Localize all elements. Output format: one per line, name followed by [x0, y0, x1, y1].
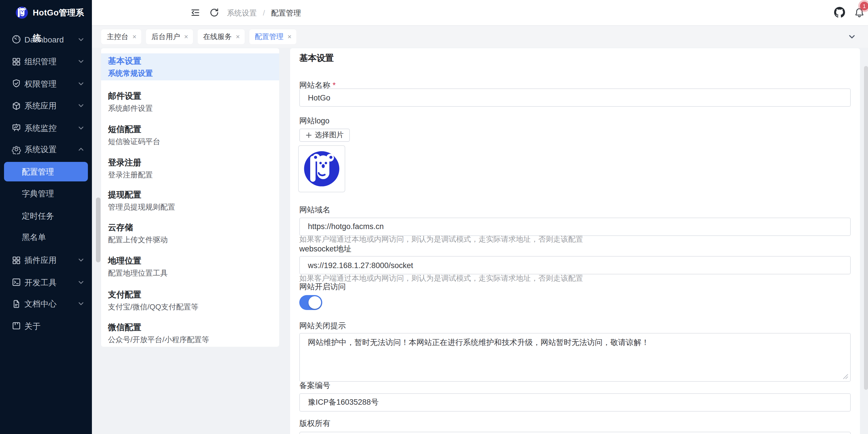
tab-label: 配置管理: [254, 32, 285, 42]
sidebar-subitem-dictionary[interactable]: 字典管理: [0, 185, 92, 202]
settings-nav-title: 邮件设置: [108, 91, 272, 101]
close-tip-label: 网站关闭提示: [299, 321, 346, 331]
brand-title: HotGo管理系统: [33, 0, 92, 25]
sidebar-item-about[interactable]: 关于: [0, 317, 92, 334]
sidebar-item-label: 关于: [24, 317, 40, 334]
settings-nav-subtitle: 支付宝/微信/QQ支付配置等: [108, 302, 272, 311]
settings-nav-subtitle: 系统常规设置: [108, 68, 272, 78]
cube-icon: [11, 101, 21, 110]
brand[interactable]: HotGo管理系统: [0, 0, 92, 25]
settings-nav-item-wechat[interactable]: 微信配置 公众号/开放平台/小程序配置等: [108, 322, 272, 344]
settings-nav-item-pay[interactable]: 支付配置 支付宝/微信/QQ支付配置等: [108, 289, 272, 311]
pick-image-button-label: 选择图片: [315, 130, 343, 140]
tab-close-icon[interactable]: ×: [287, 33, 291, 40]
chevron-down-icon: [78, 36, 85, 43]
settings-nav-item-email[interactable]: 邮件设置 系统邮件设置: [108, 91, 272, 113]
settings-nav-title: 短信配置: [108, 124, 272, 134]
chevron-down-icon: [78, 124, 85, 131]
sidebar-item-label: 系统应用: [24, 97, 57, 114]
settings-nav-item-sms[interactable]: 短信配置 短信验证码平台: [108, 124, 272, 146]
sidebar: HotGo管理系统 Dashboard 组织管理 权限管理: [0, 0, 92, 434]
site-access-label: 网站开启访问: [299, 282, 346, 292]
sidebar-item-docs[interactable]: 文档中心: [0, 295, 92, 312]
tab-bar: 主控台 × 后台用户 × 在线服务 × 配置管理 ×: [92, 26, 868, 48]
sidebar-item-system-app[interactable]: 系统应用: [0, 97, 92, 114]
settings-nav-item-withdraw[interactable]: 提现配置 管理员提现规则配置: [108, 190, 272, 212]
chevron-down-icon: [78, 80, 85, 87]
sidebar-item-label: 系统设置: [24, 141, 57, 158]
required-asterisk: *: [333, 81, 336, 89]
tab-label: 在线服务: [202, 32, 233, 42]
breadcrumb: 系统设置 / 配置管理: [227, 0, 301, 26]
site-logo-label: 网站logo: [299, 116, 330, 126]
tab-close-icon[interactable]: ×: [184, 33, 188, 40]
page-scrollbar-thumb[interactable]: [864, 66, 868, 390]
copyright-input[interactable]: [299, 431, 851, 434]
chevron-down-icon: [78, 257, 85, 264]
site-logo-image: [303, 150, 340, 187]
domain-input[interactable]: [299, 217, 851, 236]
sidebar-item-monitor[interactable]: 系统监控: [0, 119, 92, 136]
settings-nav-item-storage[interactable]: 云存储 配置上传文件驱动: [108, 222, 272, 244]
terminal-icon: [11, 277, 21, 287]
chevron-down-icon: [78, 102, 85, 109]
chevron-down-icon: [78, 58, 85, 65]
tab-dashboard[interactable]: 主控台 ×: [101, 29, 141, 44]
sidebar-collapse-icon[interactable]: [190, 7, 200, 18]
brand-logo-icon: [16, 6, 28, 19]
settings-nav-title: 支付配置: [108, 289, 272, 299]
sidebar-item-label: Dashboard: [24, 31, 64, 48]
document-icon: [11, 299, 21, 308]
settings-nav-title: 提现配置: [108, 190, 272, 200]
settings-nav-title: 基本设置: [108, 56, 272, 66]
top-header: 系统设置 / 配置管理 1: [92, 0, 868, 26]
settings-nav-scrollbar-thumb[interactable]: [96, 198, 100, 262]
settings-nav-item-basic[interactable]: 基本设置 系统常规设置: [101, 53, 279, 80]
settings-nav-title: 地理位置: [108, 256, 272, 266]
icp-input[interactable]: [299, 393, 851, 412]
sidebar-item-plugins[interactable]: 插件应用: [0, 252, 92, 269]
sidebar-item-label: 权限管理: [24, 75, 57, 92]
tab-online-service[interactable]: 在线服务 ×: [197, 29, 244, 44]
dashboard-icon: [11, 34, 21, 44]
breadcrumb-current[interactable]: 配置管理: [271, 9, 301, 17]
board-icon: [11, 321, 21, 331]
tab-admin-users[interactable]: 后台用户 ×: [146, 29, 193, 44]
tab-close-icon[interactable]: ×: [132, 33, 136, 40]
pick-image-button[interactable]: 选择图片: [299, 128, 350, 141]
sidebar-item-dev-tools[interactable]: 开发工具: [0, 273, 92, 291]
settings-nav-item-login[interactable]: 登录注册 登录注册配置: [108, 157, 272, 179]
github-icon[interactable]: [834, 7, 844, 17]
site-access-toggle[interactable]: [299, 295, 322, 310]
toggle-knob: [308, 296, 321, 308]
chevron-up-icon: [78, 146, 85, 153]
sidebar-subitem-cron[interactable]: 定时任务: [0, 207, 92, 224]
sidebar-item-permission[interactable]: 权限管理: [0, 75, 92, 92]
refresh-icon[interactable]: [209, 7, 219, 18]
websocket-input[interactable]: [299, 256, 851, 274]
sidebar-item-dashboard[interactable]: Dashboard: [0, 31, 92, 48]
tab-config-management[interactable]: 配置管理 ×: [249, 29, 296, 44]
tab-close-icon[interactable]: ×: [236, 33, 240, 40]
sidebar-subitem-config-management[interactable]: 配置管理: [4, 162, 88, 181]
monitor-chart-icon: [11, 123, 21, 133]
sidebar-item-system-settings[interactable]: 系统设置: [0, 141, 92, 158]
settings-nav-title: 云存储: [108, 222, 272, 233]
site-name-input[interactable]: [299, 89, 851, 107]
shield-check-icon: [11, 79, 21, 89]
settings-nav-subtitle: 短信验证码平台: [108, 136, 272, 146]
sidebar-item-organization[interactable]: 组织管理: [0, 53, 92, 70]
icp-label: 备案编号: [299, 380, 330, 391]
form-title: 基本设置: [299, 53, 334, 64]
basic-settings-form-card: 基本设置 网站名称* 网站logo 选择图片 网站域名 如果客户端通过本地或内网…: [290, 48, 860, 434]
site-logo-preview[interactable]: [298, 145, 345, 192]
close-tip-textarea[interactable]: 网站维护中，暂时无法访问！本网站正在进行系统维护和技术升级，网站暂时无法访问，敬…: [299, 333, 851, 382]
settings-nav-item-geo[interactable]: 地理位置 配置地理位置工具: [108, 256, 272, 278]
tabs-menu-chevron-icon[interactable]: [848, 33, 856, 41]
plus-icon: [306, 132, 312, 138]
sidebar-subitem-blacklist[interactable]: 黑名单: [0, 229, 92, 246]
settings-nav-subtitle: 登录注册配置: [108, 170, 272, 179]
breadcrumb-parent[interactable]: 系统设置: [227, 9, 257, 17]
app-window: HotGo管理系统 Dashboard 组织管理 权限管理: [0, 0, 868, 434]
settings-nav-subtitle: 配置地理位置工具: [108, 268, 272, 278]
